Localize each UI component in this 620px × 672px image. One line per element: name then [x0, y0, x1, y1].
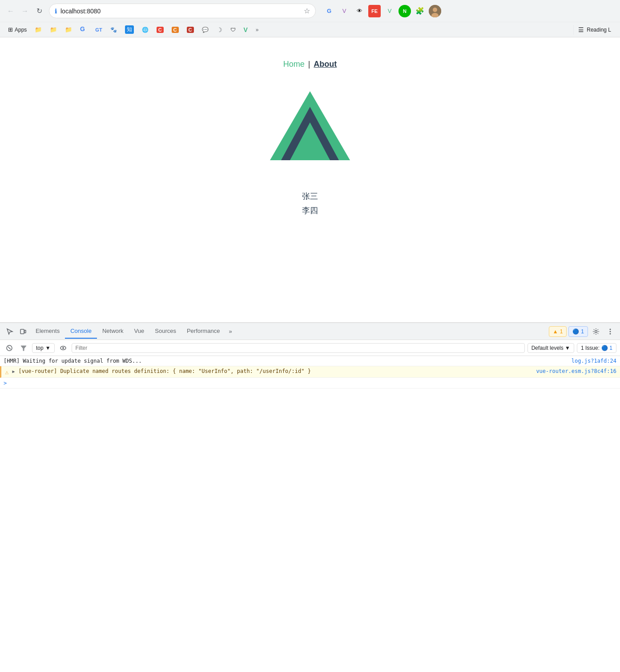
- warning-icon: ▲: [553, 328, 558, 335]
- about-link[interactable]: About: [314, 60, 337, 69]
- info-count: 1: [581, 328, 584, 335]
- vue-router-source-link[interactable]: vue-router.esm.js?8c4f:16: [536, 368, 616, 374]
- extension-g-icon[interactable]: G: [323, 5, 335, 17]
- main-content: Home | About 张三 李四: [0, 37, 620, 322]
- svg-text:G: G: [80, 25, 85, 32]
- extension-flickr-icon[interactable]: 👁: [353, 5, 366, 17]
- c1-icon: C: [157, 27, 164, 33]
- clear-console-button[interactable]: [4, 342, 15, 354]
- settings-button[interactable]: [590, 325, 602, 338]
- expand-icon[interactable]: ▶: [12, 369, 15, 374]
- hmr-message: [HMR] Waiting for update signal from WDS…: [4, 358, 568, 364]
- bookmark-c3[interactable]: C: [183, 25, 197, 34]
- bookmark-vue[interactable]: V: [240, 25, 251, 35]
- devtools-toolbar: Elements Console Network Vue Sources Per…: [0, 323, 620, 340]
- reading-list-label: Reading L: [587, 27, 611, 33]
- forward-button[interactable]: →: [19, 5, 31, 17]
- svg-point-12: [610, 333, 611, 334]
- bookmarks-bar: ⊞ Apps 📁 📁 📁 G GT 🐾 知 🌐: [0, 22, 620, 37]
- issue-label: 1 Issue:: [581, 345, 600, 351]
- bookmark-globe[interactable]: 🌐: [138, 25, 152, 34]
- inspect-element-button[interactable]: [4, 325, 16, 338]
- svg-marker-15: [21, 346, 26, 351]
- bookmark-c2[interactable]: C: [168, 25, 182, 34]
- browser-chrome: ← → ↻ ℹ localhost:8080 ☆ G V 👁 FE V N 🧩: [0, 0, 620, 37]
- bookmark-crescent[interactable]: ☽: [213, 25, 226, 35]
- svg-point-10: [610, 328, 611, 330]
- filter-toggle-button[interactable]: [18, 342, 29, 354]
- extension-fe-icon[interactable]: FE: [368, 5, 381, 17]
- c2-icon: C: [172, 27, 179, 33]
- tab-elements[interactable]: Elements: [30, 324, 65, 339]
- bookmark-folder2[interactable]: 📁: [46, 25, 60, 34]
- bookmark-c1[interactable]: C: [153, 25, 167, 34]
- svg-point-11: [610, 331, 611, 332]
- user-names: 张三 李四: [302, 189, 318, 218]
- reading-list-icon: ☰: [578, 26, 584, 33]
- google-g-icon: G: [80, 25, 87, 34]
- info-badge[interactable]: 🔵 1: [568, 326, 588, 337]
- chat-icon: 💬: [202, 27, 209, 33]
- tab-vue[interactable]: Vue: [129, 324, 150, 339]
- devtools-tabs: Elements Console Network Vue Sources Per…: [30, 324, 236, 339]
- context-selector[interactable]: top ▼: [32, 343, 55, 353]
- devtools-panel: Elements Console Network Vue Sources Per…: [0, 322, 620, 500]
- bookmark-shield[interactable]: 🛡: [227, 25, 239, 34]
- refresh-button[interactable]: ↻: [33, 5, 45, 17]
- prompt-icon: >: [4, 380, 7, 386]
- nav-separator: |: [308, 60, 310, 69]
- default-levels-label: Default levels ▼: [531, 345, 570, 351]
- folder3-icon: 📁: [65, 26, 72, 33]
- apps-grid-icon: ⊞: [8, 26, 13, 33]
- more-tabs-button[interactable]: »: [225, 324, 235, 338]
- back-button[interactable]: ←: [4, 5, 17, 17]
- svg-point-17: [62, 347, 64, 349]
- eye-button[interactable]: [57, 342, 69, 354]
- extension-v-icon[interactable]: V: [338, 5, 350, 17]
- top-label: top: [36, 345, 44, 351]
- console-line-hmr: [HMR] Waiting for update signal from WDS…: [0, 356, 620, 366]
- reading-list-button[interactable]: ☰ Reading L: [573, 25, 616, 35]
- extension-n-icon[interactable]: N: [399, 5, 411, 17]
- more-options-button[interactable]: [604, 325, 616, 338]
- profile-avatar[interactable]: [429, 5, 441, 17]
- nav-buttons: ← → ↻: [4, 5, 45, 17]
- browser-toolbar-icons: G V 👁 FE V N 🧩: [323, 5, 441, 17]
- filter-input[interactable]: [72, 343, 525, 353]
- bookmark-apps[interactable]: ⊞ Apps: [4, 25, 30, 34]
- extensions-icon[interactable]: 🧩: [414, 5, 426, 17]
- log-levels-selector[interactable]: Default levels ▼: [527, 343, 574, 353]
- folder1-icon: 📁: [35, 26, 42, 33]
- vue-router-message: [vue-router] Duplicate named routes defi…: [18, 368, 532, 374]
- warnings-badge[interactable]: ▲ 1: [549, 326, 567, 337]
- more-bookmarks-button[interactable]: »: [253, 25, 262, 34]
- tab-console[interactable]: Console: [65, 324, 97, 339]
- console-line-vue-router: ⚠ ▶ [vue-router] Duplicate named routes …: [0, 366, 620, 378]
- bookmark-paw[interactable]: 🐾: [107, 25, 121, 34]
- bookmark-folder3[interactable]: 📁: [61, 25, 76, 34]
- address-bar[interactable]: ℹ localhost:8080 ☆: [49, 4, 316, 18]
- tab-network[interactable]: Network: [97, 324, 129, 339]
- vue-bookmark-icon: V: [244, 26, 248, 33]
- folder2-icon: 📁: [50, 26, 57, 33]
- issue-count: 🔵 1: [601, 345, 612, 351]
- home-link[interactable]: Home: [283, 60, 305, 69]
- bookmark-translate[interactable]: GT: [92, 26, 105, 34]
- tab-sources[interactable]: Sources: [149, 324, 181, 339]
- bookmark-chat[interactable]: 💬: [198, 25, 212, 34]
- tab-performance[interactable]: Performance: [181, 324, 225, 339]
- url-text: localhost:8080: [60, 8, 300, 15]
- bookmark-google[interactable]: G: [76, 24, 91, 35]
- bookmark-zh[interactable]: 知: [121, 24, 137, 35]
- devtools-actions: ▲ 1 🔵 1: [549, 325, 616, 338]
- bookmark-folder1[interactable]: 📁: [31, 25, 45, 34]
- hmr-source-link[interactable]: log.js?1afd:24: [572, 358, 616, 364]
- svg-rect-7: [20, 329, 24, 334]
- issues-badge[interactable]: 1 Issue: 🔵 1: [577, 343, 616, 353]
- device-toggle-button[interactable]: [17, 325, 29, 338]
- user-name-1: 张三: [302, 189, 318, 203]
- svg-line-14: [8, 347, 11, 349]
- extension-vue2-icon[interactable]: V: [383, 5, 396, 17]
- title-bar: ← → ↻ ℹ localhost:8080 ☆ G V 👁 FE V N 🧩: [0, 0, 620, 22]
- bookmark-star-icon[interactable]: ☆: [304, 7, 310, 15]
